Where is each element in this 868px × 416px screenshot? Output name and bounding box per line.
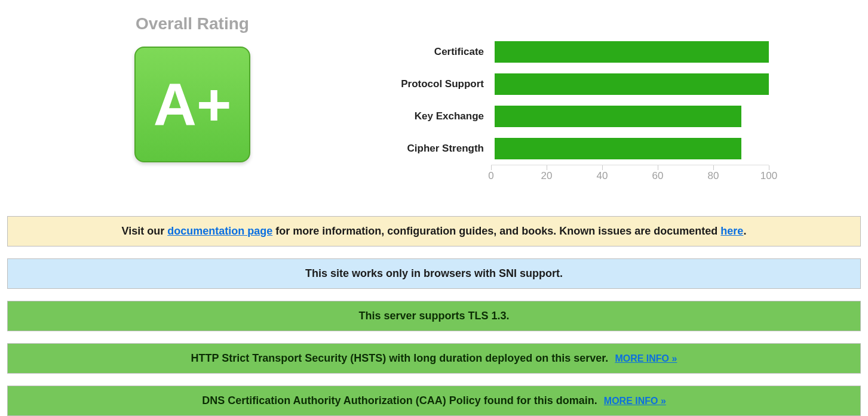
- chart-bar: [495, 41, 769, 63]
- overall-rating-panel: Overall Rating A+: [7, 0, 378, 162]
- axis-tick: [491, 165, 492, 170]
- chart-label: Protocol Support: [378, 78, 487, 90]
- banner-text: .: [743, 225, 746, 237]
- info-banners: Visit our documentation page for more in…: [7, 216, 861, 416]
- chart-row-cipher-strength: Cipher Strength: [378, 132, 769, 165]
- hsts-banner: HTTP Strict Transport Security (HSTS) wi…: [7, 343, 861, 374]
- axis-tick-label: 0: [488, 170, 493, 182]
- chart-bar: [495, 106, 741, 127]
- axis-tick-label: 100: [760, 170, 777, 182]
- tls-banner: This server supports TLS 1.3.: [7, 301, 861, 331]
- chart-track: [495, 106, 769, 127]
- chart-axis-row: 020406080100: [378, 165, 769, 185]
- axis-tick-label: 40: [597, 170, 608, 182]
- grade-letter: A+: [154, 75, 232, 134]
- banner-text: HTTP Strict Transport Security (HSTS) wi…: [191, 352, 609, 364]
- documentation-link[interactable]: documentation page: [167, 225, 272, 237]
- banner-text: for more information, configuration guid…: [272, 225, 720, 237]
- overall-rating-title: Overall Rating: [7, 14, 378, 33]
- axis-tick-label: 80: [708, 170, 719, 182]
- chart-row-key-exchange: Key Exchange: [378, 100, 769, 132]
- axis-tick: [658, 165, 658, 170]
- axis-tick-label: 60: [652, 170, 664, 182]
- score-chart: Certificate Protocol Support Key Exchang…: [378, 0, 861, 185]
- chart-x-axis: 020406080100: [491, 165, 769, 165]
- summary-section: Overall Rating A+ Certificate Protocol S…: [7, 0, 861, 199]
- chart-track: [495, 41, 769, 63]
- chart-label: Cipher Strength: [378, 143, 487, 155]
- chart-bar: [495, 138, 741, 159]
- chart-row-certificate: Certificate: [378, 36, 769, 68]
- caa-more-info-link[interactable]: MORE INFO »: [604, 396, 666, 406]
- chart-track: [495, 138, 769, 159]
- chart-label: Certificate: [378, 46, 487, 58]
- known-issues-link[interactable]: here: [720, 225, 743, 237]
- sni-banner: This site works only in browsers with SN…: [7, 258, 861, 289]
- axis-tick: [547, 165, 547, 170]
- banner-text: Visit our: [122, 225, 168, 237]
- axis-tick-label: 20: [541, 170, 553, 182]
- axis-tick: [602, 165, 603, 170]
- axis-tick: [769, 165, 769, 170]
- caa-banner: DNS Certification Authority Authorizatio…: [7, 386, 861, 416]
- banner-text: DNS Certification Authority Authorizatio…: [202, 395, 597, 406]
- axis-tick: [713, 165, 714, 170]
- ssl-report-page: Overall Rating A+ Certificate Protocol S…: [0, 0, 868, 416]
- chart-bar: [495, 73, 769, 95]
- hsts-more-info-link[interactable]: MORE INFO »: [615, 353, 677, 363]
- chart-track: [495, 73, 769, 95]
- documentation-banner: Visit our documentation page for more in…: [7, 216, 861, 246]
- chart-row-protocol-support: Protocol Support: [378, 68, 769, 100]
- chart-label: Key Exchange: [378, 110, 487, 122]
- grade-badge: A+: [134, 47, 250, 162]
